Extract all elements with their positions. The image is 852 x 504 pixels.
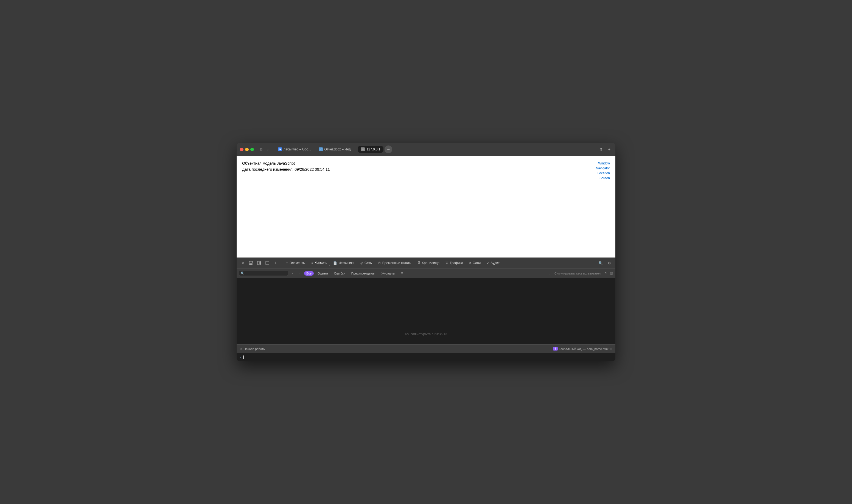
tab-label: 127.0.0.1 — [366, 147, 380, 151]
panel-tab-audit[interactable]: ✓ Аудит — [484, 260, 502, 266]
maximize-button[interactable] — [250, 148, 254, 151]
search-icon: 🔍 — [241, 271, 244, 275]
panel-tab-console[interactable]: ≡ Консоль — [309, 260, 330, 266]
sidebar-toggle-button[interactable]: ⊡ — [258, 147, 264, 152]
link-window[interactable]: Window — [596, 161, 610, 165]
sidebar-links: Window Navigator Location Screen — [596, 161, 610, 180]
status-right: S Глобальный код — bom_name.html:11 — [553, 347, 613, 350]
console-body: Консоль открыта в 23:36:13 — [237, 278, 615, 344]
page-content: Объектная модель JavaScript Дата последн… — [237, 156, 615, 257]
filter-warnings-button[interactable]: Предупреждения — [349, 271, 378, 276]
panel-tab-sources[interactable]: 📄 Источники — [330, 260, 357, 266]
filter-errors-button[interactable]: Ошибки — [332, 271, 347, 276]
timelines-icon: ⏱ — [378, 261, 381, 265]
close-button[interactable] — [240, 148, 243, 151]
console-opened-message: Консоль открыта в 23:36:13 — [405, 332, 447, 336]
devtools-panel: ✕ ✛ ⊞ Элементы ≡ Консоль 📄 — [237, 257, 615, 361]
panel-tab-layers[interactable]: ⧉ Слои — [466, 260, 483, 266]
devtools-toolbar: ✕ ✛ ⊞ Элементы ≡ Консоль 📄 — [237, 257, 615, 268]
console-filter-toolbar: 🔍 ‹ › Все Оценки Ошибки Предупреждения Ж… — [237, 268, 615, 278]
page-subtitle: Дата последнего изменения: 09/28/2022 09… — [242, 166, 610, 173]
file-info: bom_name.html:11 — [587, 347, 613, 350]
prev-result-button[interactable]: ‹ — [290, 271, 295, 276]
link-screen[interactable]: Screen — [596, 176, 610, 180]
svg-rect-0 — [249, 261, 253, 263]
panel-tab-network[interactable]: ◎ Сеть — [358, 260, 375, 266]
simulate-gesture-checkbox[interactable] — [549, 272, 552, 275]
console-right-controls: Симулировать жест пользователя ↻ 🗑 — [549, 271, 613, 275]
chevron-down-icon[interactable]: ⌄ — [265, 147, 270, 152]
toolbar-separator — [281, 260, 282, 266]
console-prompt-icon: › — [239, 355, 241, 359]
page-title: Объектная модель JavaScript — [242, 160, 610, 166]
filter-expression-button[interactable]: ⊜ — [399, 271, 405, 276]
title-bar-right: ⬆ + — [598, 147, 612, 152]
new-tab-button[interactable]: + — [606, 147, 612, 152]
console-search-box[interactable]: 🔍 — [239, 271, 288, 276]
clear-console-button[interactable]: 🗑 — [610, 271, 613, 275]
tab-localhost[interactable]: × 127.0.0.1 — [358, 146, 383, 152]
graphics-icon: 🖼 — [446, 261, 449, 265]
elements-icon: ⊞ — [286, 261, 288, 265]
window-controls: ⊡ ⌄ — [258, 147, 270, 152]
pointer-tool-button[interactable]: ✛ — [272, 259, 279, 267]
status-icon: ⬌ — [239, 347, 242, 351]
svg-rect-4 — [266, 261, 269, 265]
panel-tab-storage[interactable]: 🗄 Хранилище — [415, 260, 442, 266]
settings-button[interactable]: ⚙ — [605, 259, 613, 267]
filter-ratings-button[interactable]: Оценки — [315, 271, 330, 276]
search-button[interactable]: 🔍 — [597, 259, 604, 267]
filter-logs-button[interactable]: Журналы — [379, 271, 397, 276]
console-search-input[interactable] — [246, 272, 286, 275]
panel-tab-timelines[interactable]: ⏱ Временные шкалы — [375, 260, 414, 266]
svg-rect-2 — [257, 261, 259, 265]
tab-labs-web[interactable]: G лабы web – Goo... — [275, 146, 314, 152]
layers-icon: ⧉ — [469, 261, 471, 265]
devtools-right-buttons: 🔍 ⚙ — [597, 259, 613, 267]
status-left: ⬌ Начало работы — [239, 347, 266, 351]
status-bar: ⬌ Начало работы S Глобальный код — bom_n… — [237, 344, 615, 353]
console-icon: ≡ — [311, 261, 313, 264]
share-button[interactable]: ⬆ — [598, 147, 604, 152]
title-bar: ⊡ ⌄ G лабы web – Goo... Y Отчет.docx – Я… — [237, 143, 615, 156]
more-tabs-button[interactable]: ··· — [384, 145, 392, 153]
tab-label: Отчет.docx – Янд... — [324, 147, 354, 151]
minimize-button[interactable] — [245, 148, 249, 151]
dock-bottom-button[interactable] — [247, 259, 255, 267]
console-cursor — [243, 356, 244, 359]
traffic-lights — [240, 148, 254, 151]
storage-icon: 🗄 — [417, 261, 420, 265]
browser-window: ⊡ ⌄ G лабы web – Goo... Y Отчет.docx – Я… — [237, 143, 615, 361]
scope-separator: — — [583, 347, 586, 350]
scope-badge: S — [553, 347, 558, 350]
filter-all-button[interactable]: Все — [304, 271, 314, 276]
dock-undock-button[interactable] — [264, 259, 271, 267]
audit-icon: ✓ — [487, 261, 489, 265]
tab-label: лабы web – Goo... — [284, 147, 311, 151]
network-icon: ◎ — [360, 261, 363, 265]
link-navigator[interactable]: Navigator — [596, 166, 610, 170]
dock-right-button[interactable] — [255, 259, 263, 267]
status-text: Начало работы — [244, 347, 266, 350]
simulate-gesture-label: Симулировать жест пользователя — [555, 272, 602, 275]
link-location[interactable]: Location — [596, 171, 610, 175]
console-input-bar: › — [237, 353, 615, 361]
tab-report[interactable]: Y Отчет.docx – Янд... — [316, 146, 357, 152]
refresh-icon[interactable]: ↻ — [604, 271, 608, 275]
scope-label: Глобальный код — [559, 347, 582, 350]
tabs-container: G лабы web – Goo... Y Отчет.docx – Янд..… — [275, 145, 594, 153]
panel-tab-elements[interactable]: ⊞ Элементы — [283, 260, 308, 266]
panel-tab-graphics[interactable]: 🖼 Графика — [443, 260, 466, 266]
page-text: Объектная модель JavaScript Дата последн… — [242, 160, 610, 173]
sources-icon: 📄 — [333, 261, 337, 265]
close-devtools-button[interactable]: ✕ — [239, 259, 247, 267]
next-result-button[interactable]: › — [297, 271, 303, 276]
svg-rect-3 — [260, 261, 261, 265]
svg-rect-1 — [249, 264, 253, 265]
